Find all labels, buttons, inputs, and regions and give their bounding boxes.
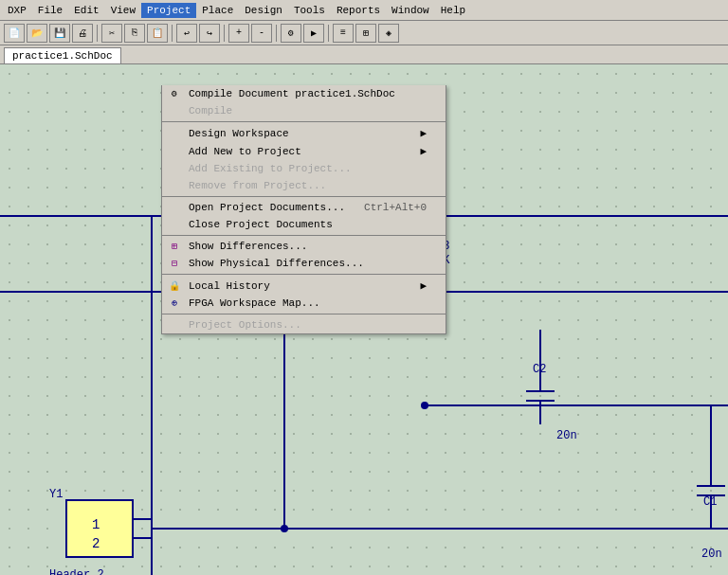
dropdown-show-phys-diff[interactable]: ⊟ Show Physical Differences... — [162, 255, 446, 272]
menu-window[interactable]: Window — [386, 3, 435, 18]
toolbar-cut[interactable]: ✂ — [101, 24, 122, 43]
toolbar-sep3 — [224, 25, 225, 42]
toolbar-save[interactable]: 💾 — [49, 24, 70, 43]
local-history-icon: 🔒 — [166, 279, 183, 294]
menu-reports[interactable]: Reports — [331, 3, 386, 18]
design-workspace-icon — [166, 126, 183, 141]
toolbar-run[interactable]: ▶ — [303, 24, 324, 43]
toolbar-open[interactable]: 📂 — [27, 24, 47, 43]
dropdown-sep3 — [162, 235, 446, 236]
add-existing-icon — [166, 161, 183, 176]
close-docs-icon — [166, 217, 183, 232]
toolbar-print[interactable]: 🖨 — [72, 24, 93, 43]
toolbar-copy[interactable]: ⎘ — [124, 24, 145, 43]
dropdown-sep4 — [162, 274, 446, 275]
tab-main[interactable]: practice1.SchDoc — [4, 47, 121, 63]
toolbar-new[interactable]: 📄 — [4, 24, 25, 43]
show-phys-diff-icon: ⊟ — [166, 256, 183, 271]
junction-1 — [421, 402, 428, 409]
toolbar-zoom-in[interactable]: + — [228, 24, 249, 43]
tabbar: practice1.SchDoc — [0, 45, 728, 64]
dropdown-open-docs[interactable]: Open Project Documents... Ctrl+Alt+0 — [162, 199, 446, 216]
toolbar-misc3[interactable]: ◈ — [378, 24, 399, 43]
dropdown-add-new[interactable]: Add New to Project ▶ — [162, 142, 446, 160]
add-new-icon — [166, 144, 183, 159]
y1-pin2: 2 — [92, 536, 100, 551]
toolbar-misc1[interactable]: ≡ — [333, 24, 354, 43]
y1-pin1: 1 — [92, 517, 100, 532]
c2-val: 20n — [556, 429, 577, 442]
canvas: R3 1K C2 20n C1 20n — [0, 64, 728, 575]
menu-tools[interactable]: Tools — [288, 3, 331, 18]
toolbar-sep1 — [97, 25, 98, 42]
toolbar-undo[interactable]: ↩ — [176, 24, 197, 43]
dropdown-remove[interactable]: Remove from Project... — [162, 177, 446, 194]
menu-edit[interactable]: Edit — [68, 3, 104, 18]
project-options-icon — [166, 317, 183, 332]
dropdown-local-history[interactable]: 🔒 Local History ▶ — [162, 277, 446, 295]
menu-view[interactable]: View — [105, 3, 141, 18]
dropdown-design-workspace[interactable]: Design Workspace ▶ — [162, 124, 446, 142]
toolbar-sep2 — [172, 25, 173, 42]
toolbar-zoom-out[interactable]: - — [251, 24, 272, 43]
dropdown-fpga[interactable]: ⊕ FPGA Workspace Map... — [162, 295, 446, 312]
y1-label: Header 2 — [49, 568, 104, 575]
dropdown-close-docs[interactable]: Close Project Documents — [162, 216, 446, 233]
menu-project[interactable]: Project — [141, 3, 196, 18]
compile-icon — [166, 103, 183, 118]
dropdown-menu: ⚙ Compile Document practice1.SchDoc Comp… — [161, 85, 446, 334]
dropdown-add-existing[interactable]: Add Existing to Project... — [162, 160, 446, 177]
dropdown-sep2 — [162, 196, 446, 197]
dropdown-sep1 — [162, 121, 446, 122]
c1-val: 20n — [701, 548, 722, 561]
toolbar-misc2[interactable]: ⊞ — [355, 24, 376, 43]
fpga-icon: ⊕ — [166, 296, 183, 311]
menu-file[interactable]: File — [32, 3, 68, 18]
open-docs-icon — [166, 200, 183, 215]
remove-icon — [166, 178, 183, 193]
toolbar-paste[interactable]: 📋 — [147, 24, 168, 43]
menu-place[interactable]: Place — [196, 3, 239, 18]
toolbar: 📄 📂 💾 🖨 ✂ ⎘ 📋 ↩ ↪ + - ⚙ ▶ ≡ ⊞ ◈ — [0, 21, 728, 45]
dropdown-show-diff[interactable]: ⊞ Show Differences... — [162, 238, 446, 255]
menu-design[interactable]: Design — [239, 3, 288, 18]
menu-help[interactable]: Help — [435, 3, 471, 18]
dropdown-sep5 — [162, 314, 446, 314]
menubar: DXP File Edit View Project Place Design … — [0, 0, 728, 21]
dropdown-compile[interactable]: Compile — [162, 102, 446, 119]
toolbar-sep4 — [276, 25, 277, 42]
show-diff-icon: ⊞ — [166, 239, 183, 254]
toolbar-redo[interactable]: ↪ — [199, 24, 220, 43]
compile-doc-icon: ⚙ — [166, 86, 183, 101]
y1-ref: Y1 — [49, 488, 63, 501]
menu-dxp[interactable]: DXP — [2, 3, 32, 18]
dropdown-project-options[interactable]: Project Options... — [162, 316, 446, 333]
dropdown-compile-doc[interactable]: ⚙ Compile Document practice1.SchDoc — [162, 85, 446, 102]
toolbar-sep5 — [328, 25, 329, 42]
toolbar-compile[interactable]: ⚙ — [281, 24, 301, 43]
